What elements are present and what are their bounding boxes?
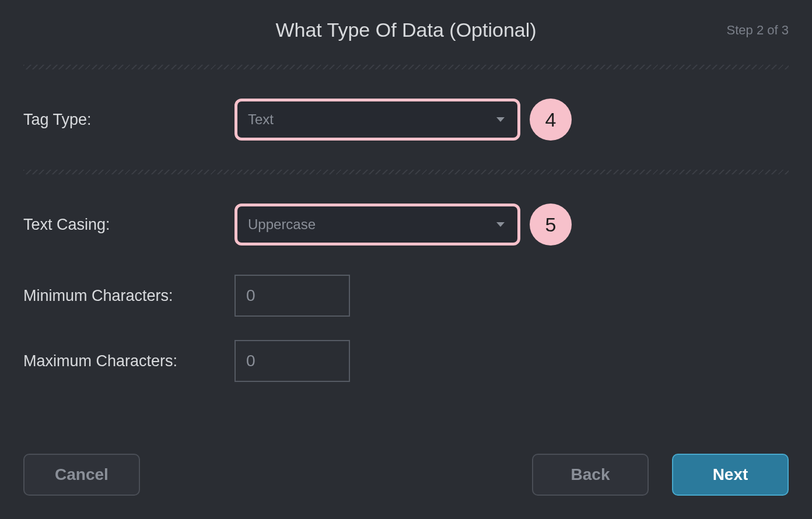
chevron-down-icon bbox=[496, 117, 505, 122]
cancel-button[interactable]: Cancel bbox=[23, 454, 140, 496]
page-title: What Type Of Data (Optional) bbox=[275, 19, 536, 41]
text-casing-select[interactable]: Uppercase bbox=[235, 204, 520, 246]
max-chars-label: Maximum Characters: bbox=[23, 352, 235, 370]
text-casing-label: Text Casing: bbox=[23, 216, 235, 234]
tag-type-value: Text bbox=[248, 111, 274, 128]
next-button[interactable]: Next bbox=[672, 454, 789, 496]
tag-type-row: Tag Type: Text 4 bbox=[23, 99, 789, 141]
max-chars-row: Maximum Characters: bbox=[23, 340, 789, 382]
tag-type-label: Tag Type: bbox=[23, 111, 235, 129]
footer-right: Back Next bbox=[532, 454, 789, 496]
wizard-footer: Cancel Back Next bbox=[23, 454, 789, 496]
text-casing-value: Uppercase bbox=[248, 216, 316, 233]
tag-type-badge: 4 bbox=[530, 99, 572, 141]
text-casing-select-wrapper: Uppercase 5 bbox=[235, 204, 572, 246]
tag-type-select[interactable]: Text bbox=[235, 99, 520, 141]
back-button[interactable]: Back bbox=[532, 454, 649, 496]
text-casing-badge: 5 bbox=[530, 204, 572, 246]
chevron-down-icon bbox=[496, 222, 505, 227]
min-chars-label: Minimum Characters: bbox=[23, 287, 235, 305]
wizard-header: What Type Of Data (Optional) Step 2 of 3 bbox=[23, 0, 789, 65]
text-casing-row: Text Casing: Uppercase 5 bbox=[23, 204, 789, 246]
min-chars-input[interactable] bbox=[235, 275, 350, 317]
min-chars-row: Minimum Characters: bbox=[23, 275, 789, 317]
tag-type-select-wrapper: Text 4 bbox=[235, 99, 572, 141]
max-chars-input[interactable] bbox=[235, 340, 350, 382]
divider bbox=[23, 65, 789, 69]
divider bbox=[23, 170, 789, 174]
step-indicator: Step 2 of 3 bbox=[727, 23, 789, 38]
